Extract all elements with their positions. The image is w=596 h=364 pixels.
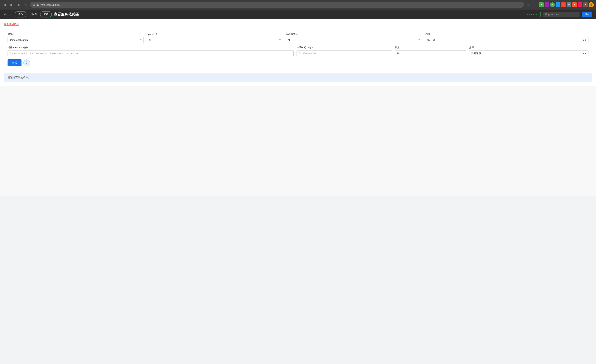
service-name-label: 服务名 <box>7 32 144 36</box>
count-group: 数量 <box>395 46 466 56</box>
header-right: Try Lens UI 搜索 <box>522 12 592 17</box>
sort-wrapper: 耗时降序 ▲▼ <box>469 50 589 56</box>
bookmark-button[interactable]: ☆ <box>526 2 531 7</box>
ext-icon-1[interactable]: ● <box>539 2 544 7</box>
traceid-input[interactable] <box>543 12 580 17</box>
ext-icon-check[interactable]: ✓ <box>550 2 555 7</box>
span-name-wrapper: all ▼ <box>147 37 283 43</box>
nav-search[interactable]: 查找 <box>15 11 26 17</box>
nav-deps[interactable]: 依赖 <box>40 11 52 17</box>
info-message: 请选择查找的条件。 <box>7 76 31 79</box>
user-avatar[interactable]: 👤 <box>589 2 594 7</box>
sort-label: 排序 <box>469 46 589 49</box>
link-hint[interactable]: 查看链路数据 <box>0 23 596 29</box>
page-background <box>0 86 596 196</box>
sort-select[interactable]: 耗时降序 <box>469 50 589 56</box>
main-content: 查看链路数据 服务名 demo-application ▼ Span名称 all <box>0 19 596 86</box>
reload-button[interactable]: ↻ <box>16 2 21 7</box>
sort-group: 排序 耗时降序 ▲▼ <box>469 46 589 56</box>
remote-service-wrapper: all ▼ <box>286 37 422 43</box>
annotation-label: 根据Annotation查询 <box>7 46 294 49</box>
count-input[interactable] <box>395 50 466 56</box>
browser-actions: ☆ ≡ <box>526 2 537 7</box>
app-logo: Zipkin <box>4 13 11 16</box>
service-name-group: 服务名 demo-application ▼ <box>7 32 144 43</box>
url-text: 127.0.0.1:9411/zipkin/ <box>37 3 60 6</box>
ext-icon-pink[interactable]: ● <box>578 2 582 7</box>
ext-icon-off[interactable]: off <box>566 2 571 7</box>
info-box: 请选择查找的条件。 <box>4 73 592 82</box>
time-range-group: 时间 15 分钟 ▲▼ <box>425 32 589 43</box>
help-button[interactable]: ? <box>23 59 30 66</box>
forward-button[interactable]: ▶ <box>9 2 14 7</box>
ext-icon-orange[interactable]: ● <box>572 2 577 7</box>
page-title: 查看服务依赖图 <box>54 12 79 17</box>
form-row-2: 根据Annotation查询 持续时间 (μs) >= 数量 排序 耗时降序 ▲… <box>7 46 589 56</box>
search-button[interactable]: 查找 <box>7 59 22 66</box>
try-lens-button[interactable]: Try Lens UI <box>522 12 541 17</box>
service-name-wrapper: demo-application ▼ <box>7 37 144 43</box>
duration-group: 持续时间 (μs) >= <box>297 46 392 56</box>
annotation-input[interactable] <box>7 50 294 56</box>
remote-service-label: 远程服务名 <box>286 32 422 36</box>
span-name-select[interactable]: all <box>147 37 283 43</box>
search-panel: 服务名 demo-application ▼ Span名称 all ▼ <box>4 29 592 70</box>
extension-icons: ● ● ✓ ● 7 off ● ● ● 👤 <box>539 2 594 7</box>
ext-icon-brown[interactable]: ● <box>583 2 588 7</box>
browser-chrome: ◀ ▶ ↻ ⌂ 🔒 127.0.0.1:9411/zipkin/ ☆ ≡ ● ●… <box>0 0 596 9</box>
ext-icon-blue[interactable]: ● <box>556 2 560 7</box>
app-header: Zipkin 查找 已保存 依赖 查看服务依赖图 Try Lens UI 搜索 <box>0 9 596 19</box>
duration-label: 持续时间 (μs) >= <box>297 46 392 49</box>
ext-icon-2[interactable]: ● <box>544 2 549 7</box>
home-button[interactable]: ⌂ <box>23 2 28 7</box>
nav-saved[interactable]: 已保存 <box>26 12 40 17</box>
duration-input[interactable] <box>297 50 392 56</box>
time-range-wrapper: 15 分钟 ▲▼ <box>425 37 589 43</box>
action-row: 查找 ? <box>7 59 589 66</box>
span-name-group: Span名称 all ▼ <box>147 32 283 43</box>
remote-service-select[interactable]: all <box>286 37 422 43</box>
service-name-select[interactable]: demo-application <box>7 37 144 43</box>
time-range-select[interactable]: 15 分钟 <box>425 37 589 43</box>
annotation-group: 根据Annotation查询 <box>7 46 294 56</box>
header-search-button[interactable]: 搜索 <box>582 12 592 17</box>
count-label: 数量 <box>395 46 466 49</box>
back-button[interactable]: ◀ <box>2 2 7 7</box>
menu-button[interactable]: ≡ <box>532 2 537 7</box>
remote-service-group: 远程服务名 all ▼ <box>286 32 422 43</box>
span-name-label: Span名称 <box>147 32 283 36</box>
form-row-1: 服务名 demo-application ▼ Span名称 all ▼ <box>7 32 589 43</box>
ext-icon-red[interactable]: 7 <box>561 2 566 7</box>
address-bar[interactable]: 🔒 127.0.0.1:9411/zipkin/ <box>30 2 524 8</box>
time-range-label: 时间 <box>425 32 589 36</box>
lock-icon: 🔒 <box>33 3 36 6</box>
